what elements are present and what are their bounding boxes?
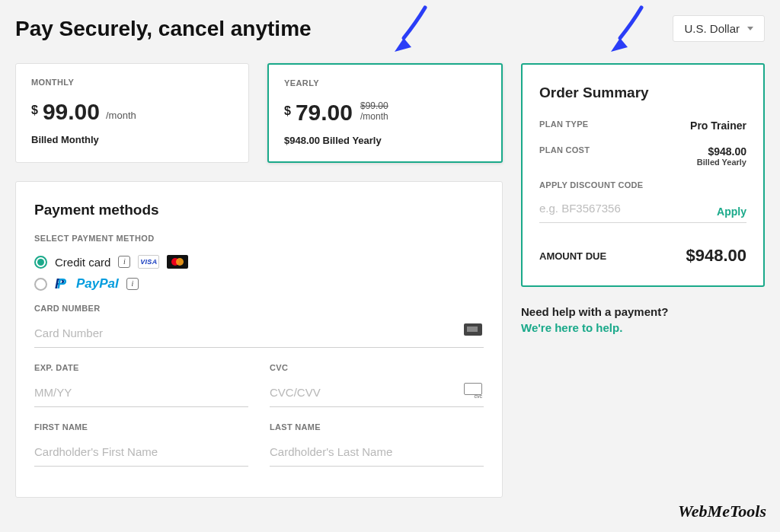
currency-value: U.S. Dollar xyxy=(684,22,740,35)
plan-cost-value: $948.00 Billed Yearly xyxy=(697,145,746,167)
credit-card-label: Credit card xyxy=(55,256,110,269)
radio-credit-card[interactable] xyxy=(34,256,47,269)
watermark: WebMeTools xyxy=(678,502,766,521)
paypal-icon xyxy=(55,276,69,291)
plan-label: MONTHLY xyxy=(31,78,233,87)
help-question: Need help with a payment? xyxy=(521,305,765,318)
select-payment-label: SELECT PAYMENT METHOD xyxy=(34,234,484,243)
plan-price: $ 79.00 $99.00 /month xyxy=(284,101,486,124)
first-name-label: FIRST NAME xyxy=(34,422,248,432)
currency-select[interactable]: U.S. Dollar xyxy=(673,15,765,42)
card-number-label: CARD NUMBER xyxy=(34,304,484,313)
apply-button[interactable]: Apply xyxy=(717,205,746,218)
amount-due-value: $948.00 xyxy=(686,246,746,266)
paypal-label: PayPal xyxy=(76,276,119,291)
amount-due-label: AMOUNT DUE xyxy=(539,250,606,262)
page-title: Pay Securely, cancel anytime xyxy=(15,17,312,41)
plan-type-value: Pro Trainer xyxy=(690,119,746,132)
info-icon[interactable]: i xyxy=(126,278,139,290)
plan-note: Billed Monthly xyxy=(31,134,233,145)
plan-cost-label: PLAN COST xyxy=(539,145,590,155)
help-link[interactable]: We're here to help. xyxy=(521,321,765,334)
plan-card-monthly[interactable]: MONTHLY $ 99.00 /month Billed Monthly xyxy=(15,63,249,163)
card-icon xyxy=(464,323,482,339)
info-icon[interactable]: i xyxy=(118,256,130,268)
visa-icon: VISA xyxy=(138,255,159,269)
plan-card-yearly[interactable]: YEARLY $ 79.00 $99.00 /month $948.00 Bil… xyxy=(267,63,503,163)
summary-title: Order Summary xyxy=(539,84,746,101)
radio-paypal[interactable] xyxy=(34,278,47,291)
last-name-label: LAST NAME xyxy=(270,422,484,432)
last-name-input[interactable] xyxy=(270,439,484,467)
exp-label: EXP. DATE xyxy=(34,363,248,372)
plan-type-label: PLAN TYPE xyxy=(539,119,588,129)
mastercard-icon xyxy=(167,255,188,269)
chevron-down-icon xyxy=(747,27,753,30)
cvc-icon xyxy=(464,383,482,398)
first-name-input[interactable] xyxy=(34,439,248,467)
help-block: Need help with a payment? We're here to … xyxy=(521,305,765,334)
cvc-input[interactable] xyxy=(270,380,484,407)
payment-heading: Payment methods xyxy=(34,202,484,218)
discount-input[interactable] xyxy=(539,199,709,218)
payment-panel: Payment methods SELECT PAYMENT METHOD Cr… xyxy=(15,181,503,498)
plan-label: YEARLY xyxy=(284,78,486,88)
card-number-input[interactable] xyxy=(34,320,484,348)
order-summary-panel: Order Summary PLAN TYPE Pro Trainer PLAN… xyxy=(521,63,765,287)
exp-input[interactable] xyxy=(34,380,248,407)
plan-price: $ 99.00 /month xyxy=(31,100,233,123)
plan-note: $948.00 Billed Yearly xyxy=(284,135,486,146)
cvc-label: CVC xyxy=(270,363,484,372)
discount-label: APPLY DISCOUNT CODE xyxy=(539,180,746,190)
